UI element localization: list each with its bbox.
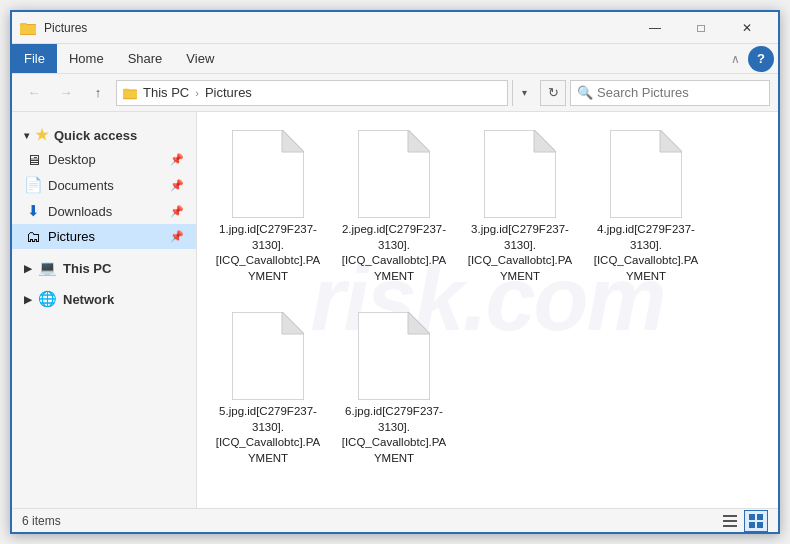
status-bar: 6 items [12,508,778,532]
forward-button[interactable]: → [52,79,80,107]
star-icon: ★ [35,126,48,144]
back-button[interactable]: ← [20,79,48,107]
this-pc-header[interactable]: ▶ 💻 This PC [12,253,196,280]
svg-rect-5 [123,90,137,98]
svg-marker-13 [660,130,682,152]
quick-access-section: ▾ ★ Quick access 🖥 Desktop 📌 📄 Documents… [12,120,196,249]
sidebar-pictures-label: Pictures [48,229,95,244]
address-path-pictures[interactable]: Pictures [205,85,252,100]
this-pc-label: This PC [63,261,111,276]
file-label: 1.jpg.id[C279F237-3130].[ICQ_Cavallobtc]… [213,222,323,284]
this-pc-section: ▶ 💻 This PC [12,253,196,280]
sidebar-downloads-label: Downloads [48,204,112,219]
main-content: ▾ ★ Quick access 🖥 Desktop 📌 📄 Documents… [12,112,778,508]
this-pc-chevron: ▶ [24,263,32,274]
list-view-icon [722,513,738,529]
address-dropdown-button[interactable]: ▾ [512,80,536,106]
network-header[interactable]: ▶ 🌐 Network [12,284,196,311]
svg-marker-17 [408,312,430,334]
quick-access-chevron: ▾ [24,130,29,141]
file-icon [358,312,430,400]
address-folder-icon [123,86,137,100]
svg-marker-7 [282,130,304,152]
file-label: 6.jpg.id[C279F237-3130].[ICQ_Cavallobtc]… [339,404,449,466]
pin-icon-pictures: 📌 [170,230,184,243]
network-chevron: ▶ [24,294,32,305]
ribbon-collapse[interactable]: ∧ [723,52,748,66]
file-icon [484,130,556,218]
maximize-button[interactable]: □ [678,12,724,44]
file-label: 4.jpg.id[C279F237-3130].[ICQ_Cavallobtc]… [591,222,701,284]
address-bar: ← → ↑ This PC › Pictures ▾ ↻ 🔍 [12,74,778,112]
menu-bar: File Home Share View ∧ ? [12,44,778,74]
sidebar-documents-label: Documents [48,178,114,193]
file-label: 2.jpeg.id[C279F237-3130].[ICQ_Cavallobtc… [339,222,449,284]
list-view-button[interactable] [718,510,742,532]
file-item[interactable]: 3.jpg.id[C279F237-3130].[ICQ_Cavallobtc]… [465,124,575,290]
search-box: 🔍 [570,80,770,106]
title-bar-icons [20,20,36,36]
desktop-icon: 🖥 [24,151,42,168]
file-item[interactable]: 6.jpg.id[C279F237-3130].[ICQ_Cavallobtc]… [339,306,449,472]
file-label: 3.jpg.id[C279F237-3130].[ICQ_Cavallobtc]… [465,222,575,284]
quick-access-label: Quick access [54,128,137,143]
sidebar-item-documents[interactable]: 📄 Documents 📌 [12,172,196,198]
file-item[interactable]: 5.jpg.id[C279F237-3130].[ICQ_Cavallobtc]… [213,306,323,472]
file-label: 5.jpg.id[C279F237-3130].[ICQ_Cavallobtc]… [213,404,323,466]
search-input[interactable] [597,85,763,100]
documents-icon: 📄 [24,176,42,194]
computer-icon: 💻 [38,259,57,277]
quick-access-header[interactable]: ▾ ★ Quick access [12,120,196,147]
file-explorer-window: Pictures — □ ✕ File Home Share View ∧ ? … [10,10,780,534]
menu-share[interactable]: Share [116,44,175,73]
file-item[interactable]: 1.jpg.id[C279F237-3130].[ICQ_Cavallobtc]… [213,124,323,290]
file-icon [610,130,682,218]
pin-icon-desktop: 📌 [170,153,184,166]
menu-home[interactable]: Home [57,44,116,73]
sidebar-desktop-label: Desktop [48,152,96,167]
title-bar: Pictures — □ ✕ [12,12,778,44]
svg-rect-20 [723,525,737,527]
svg-rect-21 [749,514,755,520]
grid-view-icon [748,513,764,529]
pictures-icon: 🗂 [24,228,42,245]
status-count: 6 items [22,514,61,528]
up-button[interactable]: ↑ [84,79,112,107]
svg-rect-23 [749,522,755,528]
address-box[interactable]: This PC › Pictures [116,80,508,106]
address-path-thispc[interactable]: This PC [143,85,189,100]
window-title: Pictures [44,21,632,35]
view-toggle [718,510,768,532]
sidebar-item-pictures[interactable]: 🗂 Pictures 📌 [12,224,196,249]
minimize-button[interactable]: — [632,12,678,44]
menu-view[interactable]: View [174,44,226,73]
grid-view-button[interactable] [744,510,768,532]
file-view: risk.com 1.jpg.id[C279F237-3130].[ICQ_Ca… [197,112,778,508]
file-grid: 1.jpg.id[C279F237-3130].[ICQ_Cavallobtc]… [213,124,762,472]
refresh-button[interactable]: ↻ [540,80,566,106]
file-item[interactable]: 4.jpg.id[C279F237-3130].[ICQ_Cavallobtc]… [591,124,701,290]
file-icon [232,130,304,218]
pin-icon-documents: 📌 [170,179,184,192]
network-section: ▶ 🌐 Network [12,284,196,311]
search-icon: 🔍 [577,85,593,100]
menu-file[interactable]: File [12,44,57,73]
folder-icon [20,20,36,36]
address-separator-1: › [195,87,199,99]
sidebar-item-desktop[interactable]: 🖥 Desktop 📌 [12,147,196,172]
svg-rect-24 [757,522,763,528]
close-button[interactable]: ✕ [724,12,770,44]
file-icon [358,130,430,218]
sidebar: ▾ ★ Quick access 🖥 Desktop 📌 📄 Documents… [12,112,197,508]
downloads-icon: ⬇ [24,202,42,220]
svg-rect-2 [20,25,36,34]
svg-marker-15 [282,312,304,334]
pin-icon-downloads: 📌 [170,205,184,218]
svg-marker-11 [534,130,556,152]
sidebar-item-downloads[interactable]: ⬇ Downloads 📌 [12,198,196,224]
svg-marker-9 [408,130,430,152]
file-item[interactable]: 2.jpeg.id[C279F237-3130].[ICQ_Cavallobtc… [339,124,449,290]
file-icon [232,312,304,400]
network-icon: 🌐 [38,290,57,308]
help-button[interactable]: ? [748,46,774,72]
